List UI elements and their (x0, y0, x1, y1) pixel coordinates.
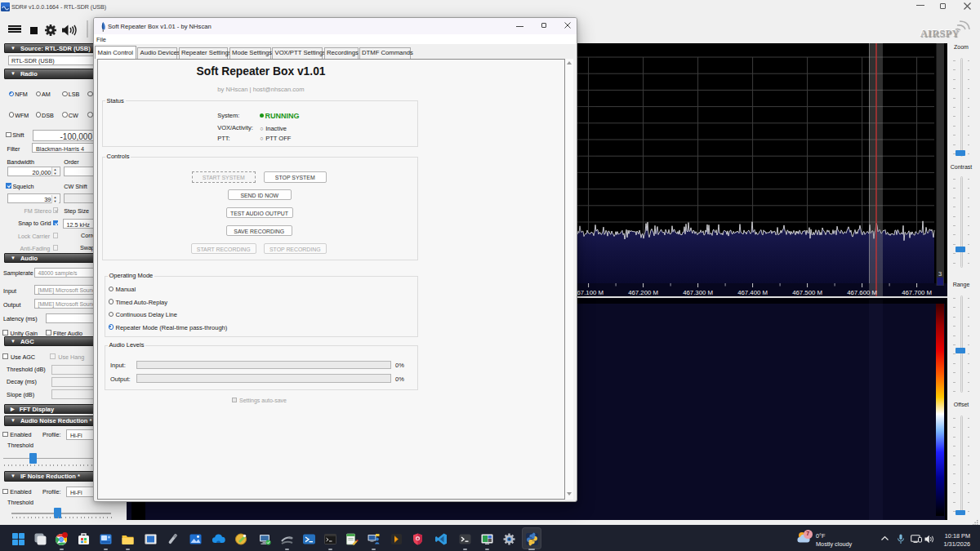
svg-text:3: 3 (938, 270, 942, 278)
svg-text:467.200 M: 467.200 M (628, 289, 658, 296)
svg-text:467.700 M: 467.700 M (902, 289, 932, 296)
svg-text:467.400 M: 467.400 M (737, 289, 768, 296)
svg-text:467.600 M: 467.600 M (847, 289, 877, 296)
svg-text:467.100 M: 467.100 M (573, 289, 604, 296)
svg-text:467.300 M: 467.300 M (683, 289, 713, 296)
svg-text:467.500 M: 467.500 M (792, 289, 822, 296)
